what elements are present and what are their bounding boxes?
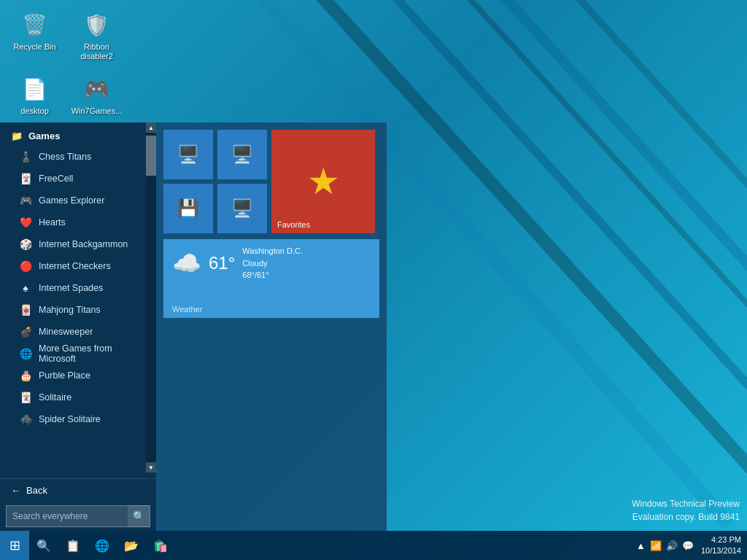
start-menu-games-category[interactable]: 📁 Games <box>0 126 156 146</box>
mahjong-titans-icon: 🀄 <box>18 303 33 317</box>
games-category-label: Games <box>28 131 60 141</box>
start-menu-left-panel: 📁 Games ♟️ Chess Titans 🃏 FreeCell 🎮 Gam… <box>0 122 156 531</box>
solitaire-label: Solitaire <box>39 392 71 402</box>
internet-checkers-icon: 🔴 <box>18 259 33 273</box>
desktop-tile-icon: 💾 <box>177 198 199 219</box>
weather-info: Washington D.C. Cloudy 68°/61° <box>242 245 303 281</box>
svg-line-1 <box>365 0 747 525</box>
start-item-more-games[interactable]: 🌐 More Games from Microsoft <box>0 343 156 365</box>
ie-icon: 🌐 <box>95 539 109 553</box>
ribbon-label: Ribbon disabler2 <box>72 42 121 61</box>
tile-start2[interactable]: 🖥️ <box>217 130 267 179</box>
start-item-hearts[interactable]: ❤️ Hearts <box>0 211 156 233</box>
taskbar-task-view-button[interactable]: 📋 <box>58 531 88 560</box>
desktop-icon-row-1: 🗑️ Recycle Bin 🛡️ Ribbon disabler2 <box>7 7 124 64</box>
weather-top: ☁️ 61° Washington D.C. Cloudy 68°/61° <box>172 245 371 281</box>
tiles-mid-col: 🖥️ 🖥️ <box>217 130 267 233</box>
file-explorer-icon: 📂 <box>124 539 139 553</box>
chess-titans-label: Chess Titans <box>39 152 91 162</box>
weather-range: 68°/61° <box>242 269 303 281</box>
internet-checkers-label: Internet Checkers <box>39 261 111 271</box>
search-icon: 🔍 <box>133 510 145 522</box>
scroll-thumb[interactable] <box>146 136 156 176</box>
clock-time: 4:23 PM <box>701 534 741 545</box>
weather-temp-block: 61° <box>209 253 235 273</box>
desktop-icon-ribbon[interactable]: 🛡️ Ribbon disabler2 <box>69 7 124 64</box>
desktop-icon-win7games[interactable]: 🎮 Win7Games... <box>69 71 124 119</box>
start-item-internet-checkers[interactable]: 🔴 Internet Checkers <box>0 255 156 277</box>
start-menu-list: 📁 Games ♟️ Chess Titans 🃏 FreeCell 🎮 Gam… <box>0 122 156 478</box>
internet-backgammon-icon: 🎲 <box>18 237 33 252</box>
desktop: 🗑️ Recycle Bin 🛡️ Ribbon disabler2 📄 des… <box>0 0 747 560</box>
start-item-minesweeper[interactable]: 💣 Minesweeper <box>0 321 156 343</box>
store-icon: 🛍️ <box>153 539 168 553</box>
internet-backgammon-label: Internet Backgammon <box>39 239 128 249</box>
network-icon[interactable]: 📶 <box>649 539 663 553</box>
speaker-icon[interactable]: 🔊 <box>665 539 679 553</box>
start-item-freecell[interactable]: 🃏 FreeCell <box>0 168 156 190</box>
taskbar-search-icon: 🔍 <box>36 539 51 553</box>
start2-tile-icon: 🖥️ <box>231 144 253 165</box>
start-item-chess-titans[interactable]: ♟️ Chess Titans <box>0 146 156 168</box>
start-item-internet-spades[interactable]: ♠️ Internet Spades <box>0 277 156 299</box>
minesweeper-icon: 💣 <box>18 324 33 339</box>
start-item-solitaire[interactable]: 🃏 Solitaire <box>0 386 156 408</box>
start-item-internet-backgammon[interactable]: 🎲 Internet Backgammon <box>0 233 156 255</box>
tile-favorites[interactable]: ★ Favorites <box>271 130 375 233</box>
pc-settings-tile-icon: 🖥️ <box>177 144 199 165</box>
search-button[interactable]: 🔍 <box>128 505 150 527</box>
tile-pc-settings[interactable]: 🖥️ <box>163 130 213 179</box>
search-input[interactable] <box>7 511 128 521</box>
start-item-games-explorer[interactable]: 🎮 Games Explorer <box>0 190 156 211</box>
tile-bottom2[interactable]: 🖥️ <box>217 184 267 233</box>
svg-line-4 <box>547 0 747 525</box>
desktop-shortcut-icon: 📄 <box>20 74 50 104</box>
minesweeper-label: Minesweeper <box>39 327 93 337</box>
start-menu-right-panel: 🖥️ 💾 🖥️ 🖥️ ★ Favorites <box>156 122 387 531</box>
freecell-icon: 🃏 <box>18 171 33 186</box>
desktop-icon-row-2: 📄 desktop 🎮 Win7Games... <box>7 71 124 119</box>
recycle-bin-label: Recycle Bin <box>13 42 55 52</box>
start-item-mahjong-titans[interactable]: 🀄 Mahjong Titans <box>0 299 156 321</box>
chess-titans-icon: ♟️ <box>18 149 33 164</box>
taskbar-store-button[interactable]: 🛍️ <box>146 531 175 560</box>
tile-desktop[interactable]: 💾 <box>163 184 213 233</box>
solitaire-icon: 🃏 <box>18 390 33 405</box>
task-view-icon: 📋 <box>66 539 80 553</box>
spider-solitaire-icon: 🕷️ <box>18 412 33 427</box>
start-button[interactable]: ⊞ <box>0 531 29 560</box>
weather-tile-label: Weather <box>172 305 202 314</box>
favorites-tile-label: Favorites <box>277 220 310 229</box>
start-menu: 📁 Games ♟️ Chess Titans 🃏 FreeCell 🎮 Gam… <box>0 122 387 531</box>
start-menu-scrollbar[interactable]: ▲ ▼ <box>146 122 156 472</box>
start-menu-back-button[interactable]: ← Back <box>0 478 156 502</box>
win7games-label: Win7Games... <box>71 106 123 116</box>
windows-watermark: Windows Technical Preview Evaluation cop… <box>632 497 740 524</box>
notification-icon[interactable]: 💬 <box>681 539 695 553</box>
favorites-star-icon: ★ <box>307 160 340 203</box>
desktop-icons-area: 🗑️ Recycle Bin 🛡️ Ribbon disabler2 📄 des… <box>7 7 124 120</box>
start-item-spider-solitaire[interactable]: 🕷️ Spider Solitaire <box>0 408 156 430</box>
tray-up-arrow-icon[interactable]: ▲ <box>635 539 647 553</box>
watermark-line1: Windows Technical Preview <box>632 497 740 510</box>
scroll-down-arrow[interactable]: ▼ <box>146 462 156 472</box>
taskbar-ie-button[interactable]: 🌐 <box>88 531 117 560</box>
back-arrow-icon: ← <box>11 485 20 496</box>
desktop-icon-desktop[interactable]: 📄 desktop <box>7 71 62 119</box>
taskbar-search-button[interactable]: 🔍 <box>29 531 58 560</box>
taskbar: ⊞ 🔍 📋 🌐 📂 🛍️ ▲ 📶 🔊 💬 4:23 PM 10/13/2014 <box>0 531 747 560</box>
scroll-up-arrow[interactable]: ▲ <box>146 122 156 133</box>
desktop-icon-recycle-bin[interactable]: 🗑️ Recycle Bin <box>7 7 62 64</box>
taskbar-clock[interactable]: 4:23 PM 10/13/2014 <box>695 534 747 557</box>
mahjong-titans-label: Mahjong Titans <box>39 305 101 315</box>
weather-condition: Cloudy <box>242 257 303 270</box>
start-item-purble-place[interactable]: 🎂 Purble Place <box>0 365 156 386</box>
weather-tile[interactable]: ☁️ 61° Washington D.C. Cloudy 68°/61° We… <box>163 239 379 318</box>
watermark-line2: Evaluation copy. Build 9841 <box>632 510 740 524</box>
games-folder-icon: 📁 <box>11 131 23 141</box>
taskbar-explorer-button[interactable]: 📂 <box>117 531 146 560</box>
weather-cloud-icon: ☁️ <box>172 249 201 277</box>
internet-spades-label: Internet Spades <box>39 283 103 293</box>
bottom2-tile-icon: 🖥️ <box>231 198 253 219</box>
start-menu-search[interactable]: 🔍 <box>6 505 150 527</box>
